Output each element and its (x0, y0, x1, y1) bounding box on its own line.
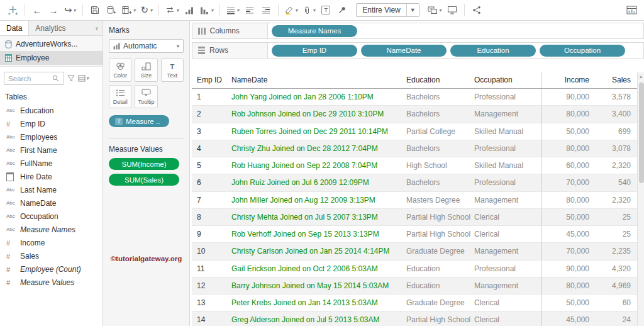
totals-icon[interactable]: ▾ (225, 2, 241, 18)
subtotals-icon[interactable] (242, 2, 257, 18)
tab-analytics[interactable]: Analytics (29, 21, 72, 35)
field-employee-count[interactable]: # Employee (Count) (0, 262, 103, 276)
cell-income[interactable]: 80,000 (541, 278, 596, 294)
header-income[interactable]: Income (541, 72, 596, 88)
scroll-up-icon[interactable]: ▲ (638, 72, 644, 79)
field-sales[interactable]: # Sales (0, 249, 103, 262)
vertical-scrollbar[interactable]: ▲ (637, 72, 644, 326)
cell-namedate[interactable]: Barry Johnson Joined on May 15 2014 5:03… (229, 278, 404, 294)
cell-occupation[interactable]: Management (472, 192, 541, 208)
cell-income[interactable]: 80,000 (541, 192, 596, 208)
group-members-icon[interactable]: ▾ (301, 2, 317, 18)
new-data-source-icon[interactable] (104, 2, 119, 18)
pill-sum-income[interactable]: SUM(Income) (109, 158, 179, 170)
cell-sales[interactable]: 699 (596, 123, 637, 140)
columns-shelf[interactable]: Columns Measure Names (192, 23, 644, 39)
cell-sales[interactable]: 2,320 (596, 157, 637, 174)
cell-sales[interactable]: 24 (596, 312, 637, 326)
field-measure-values[interactable]: # Measure Values (0, 276, 103, 289)
tooltip-button[interactable]: Tooltip (135, 85, 157, 108)
cell-namedate[interactable]: Christy Carlson Joined on Jan 25 2014 4:… (229, 243, 404, 259)
text-button[interactable]: T Text (161, 59, 184, 82)
pill-namedate[interactable]: NameDate (361, 45, 447, 57)
color-button[interactable]: Color (109, 59, 131, 82)
field-emp-id[interactable]: # Emp ID (0, 117, 103, 130)
presentation-mode-icon[interactable] (445, 2, 460, 18)
cell-education[interactable]: Education (404, 278, 472, 294)
cell-emp-id[interactable]: 3 (192, 123, 229, 140)
cell-education[interactable]: Partial College (404, 123, 472, 140)
cell-namedate[interactable]: John Miller Joined on Aug 12 2009 3:13PM (229, 192, 404, 208)
cell-occupation[interactable]: Management (472, 278, 541, 294)
field-measure-names[interactable]: Abc Measure Names (0, 223, 103, 236)
cell-occupation[interactable]: Clerical (472, 209, 541, 225)
cell-emp-id[interactable]: 9 (192, 226, 229, 242)
cell-education[interactable]: Graduate Degree (404, 243, 472, 259)
save-icon[interactable] (87, 2, 103, 18)
cell-income[interactable]: 50,000 (541, 123, 596, 140)
cell-namedate[interactable]: Christy Zhu Joined on Dec 28 2012 7:04PM (229, 140, 404, 157)
share-icon[interactable] (469, 2, 484, 18)
datasource-adventureworks[interactable]: AdventureWorks... (0, 37, 103, 51)
show-me-icon[interactable] (624, 2, 639, 18)
refresh-icon[interactable]: ↻▾ (139, 2, 155, 18)
tab-data[interactable]: Data (0, 21, 29, 35)
cell-sales[interactable]: 25 (596, 226, 637, 242)
pill-measure-names[interactable]: Measure Names (272, 25, 357, 37)
cell-namedate[interactable]: Greg Alderson Joined on Jul 5 2013 5:03A… (229, 312, 404, 326)
cell-namedate[interactable]: John Ruiz Joined on Jul 6 2009 12:09PM (229, 174, 404, 191)
field-education[interactable]: Abc Education (0, 104, 103, 117)
replay-icon[interactable]: ↪▾ (62, 2, 78, 18)
cell-namedate[interactable]: Gail Erickson Joined on Oct 2 2006 5:03A… (229, 261, 404, 277)
cell-namedate[interactable]: Rob Huang Joined on Sep 22 2008 7:04PM (229, 157, 404, 174)
search-input[interactable] (4, 75, 52, 82)
cell-income[interactable]: 80,000 (541, 140, 596, 157)
show-hide-cards-icon[interactable]: ▾ (426, 2, 443, 18)
header-emp-id[interactable]: Emp ID (192, 72, 229, 88)
cell-emp-id[interactable]: 6 (192, 174, 229, 191)
cell-education[interactable]: Masters Degree (404, 192, 472, 208)
cell-emp-id[interactable]: 2 (192, 106, 229, 122)
cell-sales[interactable]: 3,078 (596, 140, 637, 157)
cell-emp-id[interactable]: 12 (192, 278, 229, 294)
field-namedate[interactable]: Abc NameDate (0, 196, 103, 210)
cell-sales[interactable]: 3,400 (596, 106, 637, 122)
size-button[interactable]: Size (135, 59, 157, 82)
cell-occupation[interactable]: Skilled Manual (472, 123, 541, 140)
pill-measure-names-marks[interactable]: T Measure .. (109, 115, 169, 127)
collapse-pane-icon[interactable]: ‹ (91, 21, 103, 35)
cell-emp-id[interactable]: 4 (192, 140, 229, 157)
pill-emp-id[interactable]: Emp ID (272, 45, 357, 57)
cell-education[interactable]: Bachelors (404, 174, 472, 191)
field-occupation[interactable]: Abc Occupation (0, 210, 103, 223)
cell-sales[interactable]: 60 (596, 295, 637, 311)
cell-emp-id[interactable]: 14 (192, 312, 229, 326)
field-employees[interactable]: Abc Employees (0, 130, 103, 143)
cell-income[interactable]: 90,000 (541, 89, 596, 105)
cell-occupation[interactable]: Management (472, 243, 541, 259)
cell-education[interactable]: Bachelors (404, 140, 472, 157)
grand-totals-icon[interactable] (258, 2, 274, 18)
cell-income[interactable]: 50,000 (541, 295, 596, 311)
field-income[interactable]: # Income (0, 236, 103, 249)
cell-income[interactable]: 50,000 (541, 209, 596, 225)
cell-income[interactable]: 70,000 (541, 243, 596, 259)
rows-shelf[interactable]: Rows Emp IDNameDateEducationOccupation (192, 42, 644, 59)
cell-occupation[interactable]: Professional (472, 261, 541, 277)
header-education[interactable]: Education (404, 72, 472, 88)
view-options-icon[interactable]: ▾ (78, 75, 89, 82)
filter-icon[interactable] (67, 75, 75, 82)
new-worksheet-icon[interactable]: ▾ (120, 2, 138, 18)
pill-sum-sales[interactable]: SUM(Sales) (109, 174, 179, 186)
cell-education[interactable]: Graduate Degree (404, 295, 472, 311)
cell-emp-id[interactable]: 7 (192, 192, 229, 208)
undo-icon[interactable]: ← (30, 2, 45, 18)
sort-descending-icon[interactable]: ▾ (198, 2, 215, 18)
cell-emp-id[interactable]: 5 (192, 157, 229, 174)
fix-axes-icon[interactable] (335, 2, 350, 18)
redo-icon[interactable]: → (46, 2, 61, 18)
cell-occupation[interactable]: Clerical (472, 312, 541, 326)
cell-emp-id[interactable]: 13 (192, 295, 229, 311)
cell-occupation[interactable]: Professional (472, 174, 541, 191)
highlight-icon[interactable]: ▾ (283, 2, 299, 18)
